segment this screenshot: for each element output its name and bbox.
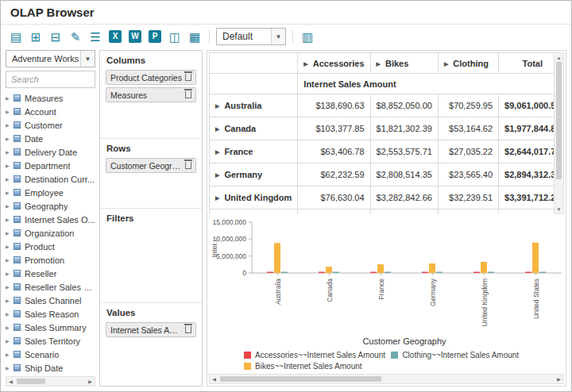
- mdx-query-button[interactable]: ▥: [298, 27, 317, 46]
- grid-value-cell[interactable]: $2,553,575.71: [370, 140, 438, 163]
- export-pdf-button[interactable]: P: [145, 27, 164, 46]
- expander-icon[interactable]: ▶: [6, 284, 14, 290]
- remove-report-button[interactable]: ⊟: [46, 27, 65, 46]
- expander-icon[interactable]: ▶: [6, 176, 14, 182]
- scroll-left-icon[interactable]: ◀: [6, 377, 15, 386]
- expand-icon[interactable]: ▶: [444, 61, 448, 67]
- tree-item[interactable]: ▶Sales Territory: [6, 334, 95, 348]
- grid-vertical-scrollbar[interactable]: ▲ ▼: [554, 52, 564, 214]
- grid-value-cell[interactable]: $32,239.51: [438, 186, 498, 209]
- grid-value-cell[interactable]: $2,808,514.35: [370, 163, 438, 186]
- tree-item[interactable]: ▶Delivery Date: [6, 145, 95, 159]
- expander-icon[interactable]: ▶: [6, 217, 14, 222]
- scroll-track[interactable]: [218, 375, 555, 383]
- grid-value-cell[interactable]: $3,391,712.21: [499, 186, 554, 209]
- expander-icon[interactable]: ▶: [6, 230, 14, 236]
- expand-icon[interactable]: ▶: [215, 149, 219, 155]
- grid-value-cell[interactable]: $1,821,302.39: [370, 117, 438, 140]
- grid-value-cell[interactable]: $1,977,844.86: [499, 117, 554, 140]
- grid-value-cell[interactable]: $2,894,312.34: [499, 163, 554, 186]
- expand-icon[interactable]: ▶: [215, 103, 219, 109]
- legend-item[interactable]: Clothing~~Internet Sales Amount: [391, 351, 538, 359]
- legend-item[interactable]: Accessories~~Internet Sales Amount: [244, 351, 391, 359]
- tree-item[interactable]: ▶Employee: [6, 186, 95, 199]
- tree-item[interactable]: ▶Sales Reason: [6, 307, 95, 321]
- chevron-down-icon[interactable]: ▼: [80, 51, 95, 67]
- bar[interactable]: [422, 272, 428, 274]
- scroll-right-icon[interactable]: ▶: [555, 375, 563, 383]
- bar[interactable]: [525, 272, 531, 274]
- trash-icon[interactable]: [185, 74, 191, 81]
- expander-icon[interactable]: ▶: [6, 257, 14, 263]
- tree-item[interactable]: ▶Internet Sales O...: [6, 213, 95, 226]
- legend-item[interactable]: Bikes~~Internet Sales Amount: [244, 362, 391, 371]
- grid-value-cell[interactable]: $53,164.62: [438, 117, 498, 140]
- grid-row-header[interactable]: ▶Canada: [210, 117, 298, 140]
- rename-report-button[interactable]: ✎: [66, 27, 85, 46]
- bar[interactable]: [370, 272, 377, 274]
- bar[interactable]: [539, 272, 546, 274]
- grid-value-cell[interactable]: $3,282,842.66: [370, 186, 438, 209]
- grid-row-header[interactable]: ▶Germany: [210, 163, 298, 186]
- grid-value-cell[interactable]: $9,389,789.51: [499, 209, 554, 215]
- grid-row-header[interactable]: ▶Australia: [210, 94, 298, 117]
- expander-icon[interactable]: ▶: [6, 203, 14, 209]
- grid-column-header[interactable]: ▶Bikes: [370, 53, 438, 74]
- cube-dropdown[interactable]: Adventure Works ▼: [6, 50, 95, 67]
- grid-row-header[interactable]: ▶France: [210, 140, 298, 163]
- axis-chip[interactable]: Customer Geography: [106, 158, 196, 173]
- grid-value-cell[interactable]: $133,507.91: [438, 209, 498, 215]
- grid-value-cell[interactable]: $138,690.63: [298, 94, 370, 117]
- expander-icon[interactable]: ▶: [6, 95, 14, 101]
- grid-value-cell[interactable]: $2,644,017.71: [499, 140, 554, 163]
- search-input[interactable]: [6, 71, 95, 88]
- expand-icon[interactable]: ▶: [303, 61, 307, 67]
- axis-chip[interactable]: Internet Sales Amount: [106, 322, 196, 337]
- report-dropdown[interactable]: Default ▼: [216, 28, 286, 45]
- grid-column-header[interactable]: ▶Accessories: [298, 53, 370, 74]
- export-excel-button[interactable]: X: [106, 27, 125, 46]
- grid-value-cell[interactable]: $23,565.40: [438, 163, 498, 186]
- expander-icon[interactable]: ▶: [6, 352, 14, 357]
- bar[interactable]: [532, 243, 539, 273]
- expander-icon[interactable]: ▶: [6, 271, 14, 276]
- chevron-down-icon[interactable]: ▼: [271, 29, 285, 44]
- bar[interactable]: [473, 272, 480, 274]
- grid-row-header[interactable]: ▶United States: [210, 209, 298, 215]
- expand-icon[interactable]: ▶: [215, 172, 219, 178]
- grid-value-cell[interactable]: $76,630.04: [298, 186, 370, 209]
- grid-value-cell[interactable]: $27,035.22: [438, 140, 498, 163]
- tree-item[interactable]: ▶Reseller: [6, 267, 95, 280]
- bar[interactable]: [481, 262, 487, 273]
- bar[interactable]: [429, 263, 435, 273]
- trash-icon[interactable]: [185, 91, 191, 98]
- expander-icon[interactable]: ▶: [6, 136, 14, 141]
- grid-value-cell[interactable]: $63,406.78: [298, 140, 370, 163]
- expander-icon[interactable]: ▶: [6, 311, 14, 317]
- add-report-button[interactable]: ⊞: [26, 27, 45, 46]
- expander-icon[interactable]: ▶: [6, 190, 14, 195]
- grid-value-cell[interactable]: $70,259.95: [438, 94, 498, 117]
- grid-column-header[interactable]: ▶Clothing: [438, 53, 498, 74]
- expander-icon[interactable]: ▶: [6, 122, 14, 128]
- bar[interactable]: [385, 272, 391, 274]
- connect-db-button[interactable]: ☰: [86, 27, 105, 46]
- bar[interactable]: [326, 267, 332, 273]
- tree-item[interactable]: ▶Scenario: [6, 348, 95, 361]
- expander-icon[interactable]: ▶: [6, 338, 14, 344]
- axis-chip[interactable]: Product Categories: [106, 70, 196, 85]
- tree-item[interactable]: ▶Ship Date: [6, 361, 95, 375]
- expander-icon[interactable]: ▶: [6, 244, 14, 249]
- scroll-left-icon[interactable]: ◀: [210, 375, 218, 383]
- tree-item[interactable]: ▶Organization: [6, 226, 95, 240]
- tree-item[interactable]: ▶Sales Channel: [6, 294, 95, 307]
- bar[interactable]: [488, 272, 494, 274]
- bar[interactable]: [319, 272, 325, 274]
- toggle-grid-button[interactable]: ▦: [185, 27, 204, 46]
- bar[interactable]: [267, 272, 273, 274]
- tree-item[interactable]: ▶Promotion: [6, 253, 95, 267]
- tree-item[interactable]: ▶Date: [6, 132, 95, 145]
- scroll-track[interactable]: [555, 62, 563, 205]
- bar[interactable]: [333, 272, 339, 274]
- tree-item[interactable]: ▶Customer: [6, 118, 95, 132]
